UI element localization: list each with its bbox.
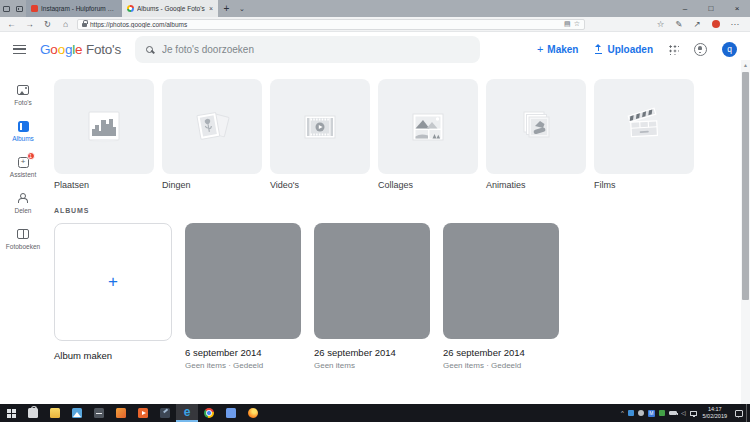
folder-icon — [50, 408, 60, 418]
category-videos[interactable]: Video's — [270, 79, 370, 190]
reading-view-icon[interactable]: ▤ — [564, 20, 571, 28]
network-icon[interactable] — [690, 411, 697, 416]
favorite-star-icon[interactable]: ☆ — [574, 20, 580, 28]
taskbar-app-movies[interactable] — [132, 404, 154, 422]
search-input[interactable] — [162, 44, 469, 55]
briefcase-icon — [94, 408, 104, 418]
category-plaatsen[interactable]: Plaatsen — [54, 79, 154, 190]
tray-expand-icon[interactable]: ^ — [621, 410, 624, 416]
google-photos-favicon-icon — [127, 5, 134, 12]
set-tabs-aside-button[interactable] — [0, 0, 13, 17]
photobooks-icon — [17, 229, 29, 239]
category-label: Video's — [270, 180, 370, 190]
home-icon[interactable]: ⌂ — [59, 20, 72, 29]
taskbar-app-chrome[interactable] — [198, 404, 220, 422]
sidebar-item-albums[interactable]: Albums — [12, 120, 34, 142]
action-center-icon[interactable] — [735, 410, 743, 417]
sidebar-item-assistent[interactable]: 1 Assistent — [10, 156, 36, 178]
taskbar-app-photos[interactable] — [66, 404, 88, 422]
set-tabs-aside-icon — [3, 6, 10, 12]
category-label: Films — [594, 180, 694, 190]
sidebar-item-fotoboeken[interactable]: Fotoboeken — [6, 228, 40, 250]
forward-icon[interactable]: → — [23, 20, 36, 29]
tab-instagram[interactable]: Instagram - Hulpforum Pcta — [26, 0, 122, 17]
start-button[interactable] — [0, 404, 22, 422]
taskbar-app-utility[interactable] — [154, 404, 176, 422]
album-title: 6 september 2014 — [185, 347, 301, 358]
show-desktop-button[interactable] — [746, 404, 750, 422]
category-label: Collages — [378, 180, 478, 190]
google-apps-grid-icon[interactable] — [668, 44, 679, 55]
category-dingen[interactable]: Dingen — [162, 79, 262, 190]
new-tab-button[interactable]: + — [218, 0, 235, 17]
maximize-button[interactable]: □ — [698, 0, 724, 17]
onedrive-icon[interactable] — [638, 410, 644, 416]
windows-taskbar: e ^ M ◁ 14:17 5/02/2019 — [0, 404, 750, 422]
tray-green-app-icon[interactable] — [659, 410, 665, 416]
taskbar-app-edge[interactable]: e — [176, 404, 198, 422]
taskbar-app-firefox[interactable] — [242, 404, 264, 422]
close-button[interactable]: × — [724, 0, 750, 17]
logo-letter: g — [65, 42, 72, 57]
taskbar-app-orange[interactable] — [110, 404, 132, 422]
sidebar-item-label: Fotoboeken — [6, 243, 40, 250]
taskbar-clock[interactable]: 14:17 5/02/2019 — [701, 406, 729, 420]
lock-icon — [82, 23, 87, 27]
taskbar-app-store[interactable] — [22, 404, 44, 422]
tab-menu-chevron-icon[interactable]: ⌄ — [235, 0, 249, 17]
taskbar-app-explorer[interactable] — [44, 404, 66, 422]
address-bar: ← → ↻ ⌂ https://photos.google.com/albums… — [0, 17, 750, 32]
scrollbar-up-icon[interactable]: ▲ — [743, 63, 748, 68]
tab-google-fotos[interactable]: Albums - Google Foto's × — [122, 0, 218, 17]
account-avatar[interactable]: q — [722, 42, 737, 57]
category-collages[interactable]: Collages — [378, 79, 478, 190]
more-options-icon[interactable]: ⋯ — [731, 20, 740, 29]
minimize-button[interactable]: – — [672, 0, 698, 17]
sidebar-item-delen[interactable]: Delen — [15, 192, 32, 214]
album-title: 26 september 2014 — [443, 347, 559, 358]
browser-toolbar: ☆ ✎ ↗ ⋯ — [657, 20, 745, 29]
taskbar-app-toolbox[interactable] — [88, 404, 110, 422]
sidebar-item-label: Assistent — [10, 171, 36, 178]
battery-icon[interactable] — [669, 411, 677, 416]
category-label: Plaatsen — [54, 180, 154, 190]
album-card[interactable]: 26 september 2014 Geen items · Gedeeld — [443, 223, 559, 370]
logo-suffix: Foto's — [86, 42, 121, 57]
search-box[interactable] — [135, 36, 480, 63]
tray-app-icon[interactable] — [628, 410, 634, 416]
web-note-pen-icon[interactable]: ✎ — [675, 20, 682, 29]
refresh-icon[interactable]: ↻ — [41, 20, 54, 29]
album-card[interactable]: 6 september 2014 Geen items · Gedeeld — [185, 223, 301, 370]
create-album-button[interactable]: + — [54, 223, 172, 341]
menu-icon[interactable] — [13, 45, 26, 54]
tab-close-icon[interactable]: × — [209, 5, 213, 12]
taskbar-app-mail[interactable] — [220, 404, 242, 422]
extension-icon[interactable] — [712, 20, 720, 28]
volume-icon[interactable]: ◁ — [681, 410, 686, 416]
tool-icon — [160, 408, 170, 418]
sidebar-item-fotos[interactable]: Foto's — [14, 84, 32, 106]
hub-favorites-icon[interactable]: ☆ — [657, 20, 665, 29]
logo-letter: o — [50, 42, 57, 57]
scrollbar-thumb[interactable] — [742, 72, 749, 300]
clock-date: 5/02/2019 — [703, 413, 727, 420]
google-photos-logo[interactable]: Google Foto's — [40, 42, 121, 57]
logo-letter: o — [58, 42, 65, 57]
store-icon — [28, 408, 38, 418]
tabs-set-aside-button[interactable] — [13, 0, 26, 17]
upload-button[interactable]: Uploaden — [593, 44, 653, 55]
share-icon[interactable]: ↗ — [693, 20, 700, 29]
album-card[interactable]: 26 september 2014 Geen items — [314, 223, 430, 370]
titlebar-drag-area — [249, 0, 672, 17]
taskbar-empty-area — [264, 404, 621, 422]
back-icon[interactable]: ← — [5, 20, 18, 29]
tray-m-app-icon[interactable]: M — [648, 410, 655, 417]
create-button[interactable]: + Maken — [537, 43, 579, 55]
url-field[interactable]: https://photos.google.com/albums ▤ ☆ — [77, 19, 585, 30]
sharing-icon — [17, 193, 29, 203]
page-scrollbar[interactable]: ▲ — [741, 60, 750, 404]
notifications-bell-icon[interactable] — [694, 43, 707, 56]
category-animaties[interactable]: Animaties — [486, 79, 586, 190]
category-films[interactable]: Films — [594, 79, 694, 190]
category-row: Plaatsen — [54, 79, 750, 190]
